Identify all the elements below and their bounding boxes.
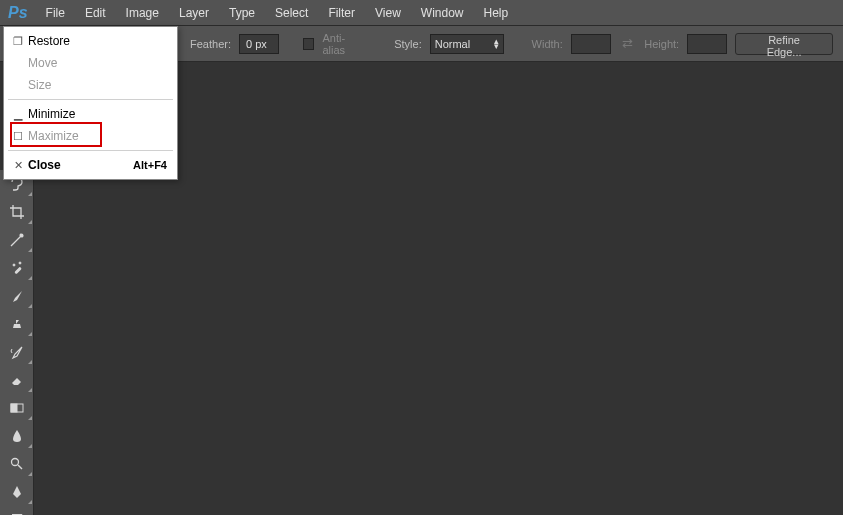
swap-icon[interactable]: ⇄ bbox=[619, 35, 637, 53]
menuitem-close-label: Close bbox=[28, 158, 133, 172]
style-value: Normal bbox=[435, 38, 470, 50]
menu-select[interactable]: Select bbox=[265, 0, 318, 26]
window-system-menu: ❐ Restore Move Size ▁ Minimize ☐ Maximiz… bbox=[3, 26, 178, 180]
menuitem-minimize[interactable]: ▁ Minimize bbox=[4, 103, 177, 125]
menuitem-move-label: Move bbox=[28, 56, 167, 70]
width-input[interactable] bbox=[571, 34, 611, 54]
menu-bar: Ps File Edit Image Layer Type Select Fil… bbox=[0, 0, 843, 26]
menuitem-maximize[interactable]: ☐ Maximize bbox=[4, 125, 177, 147]
width-label: Width: bbox=[532, 38, 563, 50]
tool-eraser[interactable] bbox=[0, 366, 34, 394]
menuitem-close-shortcut: Alt+F4 bbox=[133, 159, 167, 171]
menu-separator bbox=[8, 150, 173, 151]
tool-clone-stamp[interactable] bbox=[0, 310, 34, 338]
svg-point-3 bbox=[19, 262, 21, 264]
maximize-icon: ☐ bbox=[8, 130, 28, 143]
menuitem-maximize-label: Maximize bbox=[28, 129, 167, 143]
style-label: Style: bbox=[394, 38, 422, 50]
app-logo: Ps bbox=[4, 4, 36, 22]
svg-rect-1 bbox=[14, 267, 22, 275]
menuitem-move[interactable]: Move bbox=[4, 52, 177, 74]
feather-label: Feather: bbox=[190, 38, 231, 50]
menu-type[interactable]: Type bbox=[219, 0, 265, 26]
tool-eyedropper[interactable] bbox=[0, 226, 34, 254]
height-label: Height: bbox=[644, 38, 679, 50]
tool-gradient[interactable] bbox=[0, 394, 34, 422]
menu-layer[interactable]: Layer bbox=[169, 0, 219, 26]
menuitem-restore-label: Restore bbox=[28, 34, 167, 48]
height-input[interactable] bbox=[687, 34, 727, 54]
menuitem-restore[interactable]: ❐ Restore bbox=[4, 30, 177, 52]
menu-view[interactable]: View bbox=[365, 0, 411, 26]
tool-history-brush[interactable] bbox=[0, 338, 34, 366]
menu-help[interactable]: Help bbox=[474, 0, 519, 26]
menuitem-close[interactable]: ✕ Close Alt+F4 bbox=[4, 154, 177, 176]
tool-type[interactable]: T bbox=[0, 506, 34, 515]
tool-crop[interactable] bbox=[0, 198, 34, 226]
restore-icon: ❐ bbox=[8, 35, 28, 48]
chevron-updown-icon: ▴▾ bbox=[494, 39, 499, 49]
menu-filter[interactable]: Filter bbox=[318, 0, 365, 26]
antialias-checkbox[interactable] bbox=[303, 38, 315, 50]
style-select[interactable]: Normal ▴▾ bbox=[430, 34, 504, 54]
close-icon: ✕ bbox=[8, 159, 28, 172]
tool-dodge[interactable] bbox=[0, 450, 34, 478]
tool-pen[interactable] bbox=[0, 478, 34, 506]
feather-input[interactable] bbox=[239, 34, 279, 54]
menu-edit[interactable]: Edit bbox=[75, 0, 116, 26]
menuitem-size-label: Size bbox=[28, 78, 167, 92]
tool-brush[interactable] bbox=[0, 282, 34, 310]
tool-blur[interactable] bbox=[0, 422, 34, 450]
menu-image[interactable]: Image bbox=[116, 0, 169, 26]
svg-point-0 bbox=[20, 234, 24, 238]
menu-file[interactable]: File bbox=[36, 0, 75, 26]
menu-window[interactable]: Window bbox=[411, 0, 474, 26]
menuitem-minimize-label: Minimize bbox=[28, 107, 167, 121]
minimize-icon: ▁ bbox=[8, 108, 28, 121]
menuitem-size[interactable]: Size bbox=[4, 74, 177, 96]
menu-separator bbox=[8, 99, 173, 100]
svg-rect-5 bbox=[11, 404, 17, 412]
svg-point-2 bbox=[13, 264, 15, 266]
svg-point-6 bbox=[12, 459, 19, 466]
refine-edge-button[interactable]: Refine Edge... bbox=[735, 33, 833, 55]
toolbox: T bbox=[0, 170, 34, 515]
tool-healing-brush[interactable] bbox=[0, 254, 34, 282]
antialias-label: Anti-alias bbox=[322, 32, 366, 56]
